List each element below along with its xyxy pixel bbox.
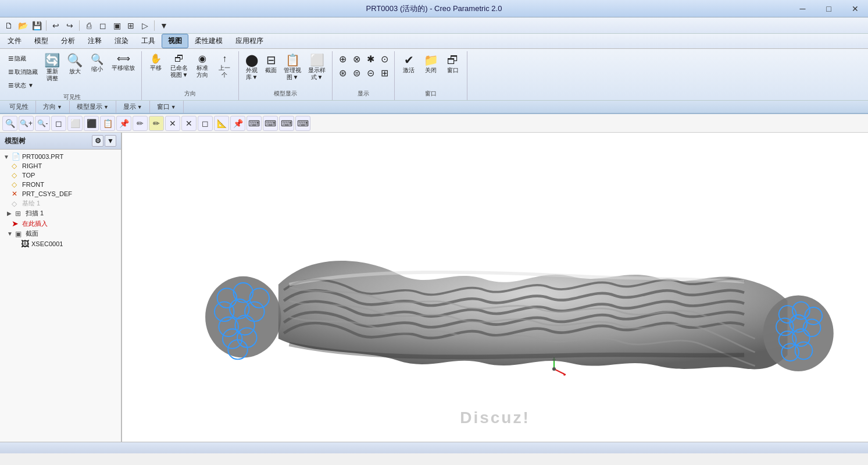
redo-button[interactable]: ↪ xyxy=(63,19,76,32)
print-button[interactable]: ⎙ xyxy=(83,19,95,32)
display-label: 显示 xyxy=(358,88,369,99)
pan-button[interactable]: ✋ 平移 xyxy=(145,52,166,73)
new-button[interactable]: 🗋 xyxy=(2,19,15,32)
rgb-direction[interactable]: 方向 ▼ xyxy=(36,101,70,113)
zoom-in-button[interactable]: 🔍 放大 xyxy=(64,52,85,77)
st-measure[interactable]: 📐 xyxy=(214,116,229,131)
hide-button[interactable]: ≡隐藏 xyxy=(6,52,40,65)
front-icon: ◇ xyxy=(12,180,22,189)
ribbon-group-model-display: ⬤ 外观库▼ ⊟ 截面 📋 管理视图▼ ⬜ 显 xyxy=(239,51,333,100)
appearance-lib-button[interactable]: ⬤ 外观库▼ xyxy=(242,52,261,83)
menu-render[interactable]: 渲染 xyxy=(108,34,135,48)
standard-orientation-button[interactable]: ◉ 标准方向 xyxy=(192,52,213,80)
menu-tools[interactable]: 工具 xyxy=(135,34,162,48)
st-key3[interactable]: ⌨ xyxy=(279,116,294,131)
zoom-out-button[interactable]: 🔍 缩小 xyxy=(87,52,108,74)
tree-content: ▼ 📄 PRT0003.PRT ◇ RIGHT ◇ TOP ◇ FRONT ✕ xyxy=(0,150,121,442)
menu-applications[interactable]: 应用程序 xyxy=(229,34,270,48)
smart-toolbar: 🔍 🔍+ 🔍- ◻ ⬜ ⬛ 📋 📌 ✏ ✏ ✕ ✕ ◻ 📐 📌 ⌨ ⌨ ⌨ ⌨ xyxy=(0,114,868,133)
xsec-icon: 🖼 xyxy=(21,239,31,249)
window-button[interactable]: 🗗 窗口 xyxy=(442,52,463,76)
st-pin2[interactable]: 📌 xyxy=(230,116,245,131)
rgb-visibility[interactable]: 可见性 xyxy=(2,101,36,113)
activate-button[interactable]: ✔ 激活 xyxy=(398,52,419,76)
refresh-button[interactable]: 🔄 重新调整 xyxy=(41,52,63,84)
grid-button[interactable]: ⊞ xyxy=(124,19,137,32)
manage-view-button[interactable]: 📋 管理视图▼ xyxy=(281,52,304,83)
menu-annotation[interactable]: 注释 xyxy=(81,34,108,48)
section-button[interactable]: ⊟ 截面 xyxy=(262,52,280,83)
st-key4[interactable]: ⌨ xyxy=(295,116,310,131)
tree-item-csys[interactable]: ✕ PRT_CSYS_DEF xyxy=(2,189,119,198)
tree-item-insert[interactable]: ➤ 在此插入 xyxy=(2,218,119,229)
menu-model[interactable]: 模型 xyxy=(28,34,55,48)
st-frame[interactable]: ◻ xyxy=(51,116,66,131)
st-zoom-in[interactable]: 🔍+ xyxy=(19,116,34,131)
display-icon-2[interactable]: ⊗ xyxy=(350,52,363,66)
quick-access-toolbar: 🗋 📂 💾 ↩ ↪ ⎙ ◻ ▣ ⊞ ▷ ▼ xyxy=(0,17,868,34)
st-pin[interactable]: 📌 xyxy=(116,116,131,131)
expand-section[interactable]: ▼ xyxy=(7,230,15,237)
rgb-model-display[interactable]: 模型显示 ▼ xyxy=(70,101,116,113)
st-copy[interactable]: 📋 xyxy=(100,116,115,131)
minimize-button[interactable]: ─ xyxy=(790,0,816,17)
st-zoom-fit[interactable]: 🔍 xyxy=(2,116,17,131)
display-icon-1[interactable]: ⊕ xyxy=(336,52,349,66)
tree-item-right[interactable]: ◇ RIGHT xyxy=(2,161,119,171)
display-icon-8[interactable]: ⊞ xyxy=(378,66,391,80)
expand-scan[interactable]: ▶ xyxy=(7,210,15,216)
rgb-display[interactable]: 显示 ▼ xyxy=(116,101,150,113)
save-button[interactable]: 💾 xyxy=(30,19,43,32)
st-edit-1[interactable]: ✏ xyxy=(133,116,148,131)
menu-file[interactable]: 文件 xyxy=(1,34,28,48)
st-zoom-out[interactable]: 🔍- xyxy=(35,116,50,131)
tree-item-section[interactable]: ▼ ▣ 截面 xyxy=(2,229,119,239)
more-button[interactable]: ▼ xyxy=(158,19,170,32)
expand-root[interactable]: ▼ xyxy=(3,154,12,160)
display-icon-7[interactable]: ⊝ xyxy=(364,66,377,80)
play-button[interactable]: ▷ xyxy=(138,19,151,32)
prev-view-button[interactable]: ↑ 上一个 xyxy=(214,52,235,80)
tree-item-sketch[interactable]: ◇ 基绘 1 xyxy=(2,198,119,208)
display-style-button[interactable]: ⬜ 显示样式▼ xyxy=(305,52,328,83)
sidebar-settings-button[interactable]: ⚙ xyxy=(92,135,103,147)
csys-icon: ✕ xyxy=(12,190,22,198)
select-button[interactable]: ◻ xyxy=(97,19,109,32)
st-solid[interactable]: ⬛ xyxy=(84,116,99,131)
st-close-1[interactable]: ✕ xyxy=(165,116,180,131)
st-edit-2[interactable]: ✏ xyxy=(149,116,164,131)
close-button[interactable]: ✕ xyxy=(842,0,868,17)
menu-flexible[interactable]: 柔性建模 xyxy=(188,34,229,48)
open-button[interactable]: 📂 xyxy=(16,19,29,32)
sidebar-toolbar: ⚙ ▼ xyxy=(92,135,116,147)
insert-icon: ➤ xyxy=(12,219,22,228)
undo-button[interactable]: ↩ xyxy=(49,19,62,32)
st-key2[interactable]: ⌨ xyxy=(263,116,278,131)
display-icon-3[interactable]: ✱ xyxy=(364,52,377,66)
st-key1[interactable]: ⌨ xyxy=(247,116,262,131)
close-view-button[interactable]: 📁 关闭 xyxy=(420,52,441,76)
menu-view[interactable]: 视图 xyxy=(162,34,188,48)
tree-item-front[interactable]: ◇ FRONT xyxy=(2,180,119,189)
tree-label-root: PRT0003.PRT xyxy=(22,153,63,160)
display-icon-4[interactable]: ⊙ xyxy=(378,52,391,66)
view3d-button[interactable]: ▣ xyxy=(110,19,123,32)
sidebar-dropdown-button[interactable]: ▼ xyxy=(105,135,116,147)
unhide-button[interactable]: ≡取消隐藏 xyxy=(6,66,40,79)
maximize-button[interactable]: □ xyxy=(816,0,842,17)
tree-item-top[interactable]: ◇ TOP xyxy=(2,171,119,180)
display-icon-6[interactable]: ⊜ xyxy=(350,66,363,80)
tree-item-xsec[interactable]: 🖼 XSEC0001 xyxy=(2,239,119,249)
display-icon-5[interactable]: ⊛ xyxy=(336,66,349,80)
status-button[interactable]: ≡状态 ▼ xyxy=(6,79,40,92)
st-close-2[interactable]: ✕ xyxy=(181,116,197,131)
tree-item-root[interactable]: ▼ 📄 PRT0003.PRT xyxy=(2,152,119,161)
st-box[interactable]: ◻ xyxy=(198,116,213,131)
rgb-window[interactable]: 窗口 ▼ xyxy=(150,101,184,113)
named-view-button[interactable]: 🗗 已命名视图▼ xyxy=(167,52,191,80)
st-select[interactable]: ⬜ xyxy=(67,116,83,131)
pan-zoom-button[interactable]: ⟺ 平移缩放 xyxy=(109,52,138,73)
viewport[interactable]: Discuz! xyxy=(122,133,868,442)
tree-item-scan[interactable]: ▶ ⊞ 扫描 1 xyxy=(2,208,119,218)
menu-analysis[interactable]: 分析 xyxy=(55,34,81,48)
